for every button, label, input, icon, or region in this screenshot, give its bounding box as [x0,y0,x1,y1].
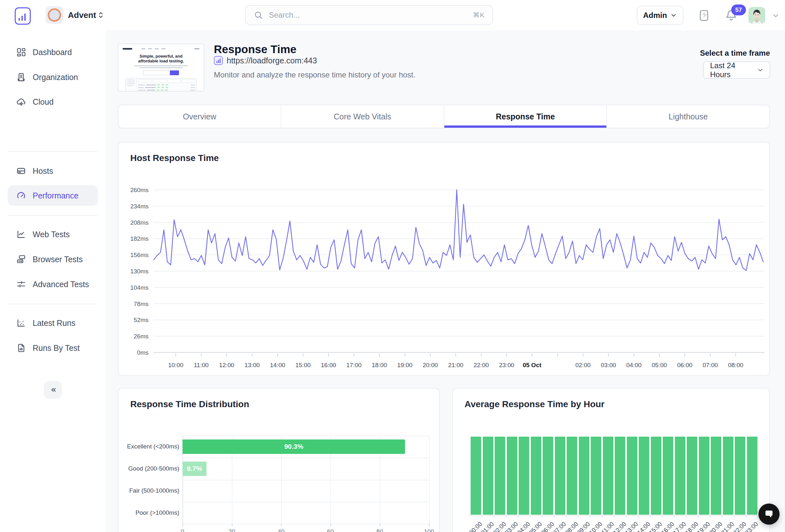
help-icon[interactable]: ? [697,8,711,22]
svg-text:05 Oct: 05 Oct [523,362,542,369]
dashboard-icon [16,47,26,57]
sidebar-item-hosts[interactable]: Hosts [8,161,98,181]
axis-tick [614,515,615,518]
runs-by-test-icon [16,343,26,353]
svg-text:13:00: 13:00 [245,362,260,369]
axis-tick [554,515,555,518]
org-switcher-icon[interactable] [96,10,106,20]
x-axis-label: 60 [321,528,340,532]
sidebar-item-organization[interactable]: Organization [8,67,98,87]
axis-tick [650,515,651,518]
thumb-headline: Simple, powerful, and affordable load te… [119,54,204,64]
svg-text:11:00: 11:00 [194,362,208,369]
admin-menu-button[interactable]: Admin [637,6,684,25]
axis-tick [232,524,232,526]
svg-text:16:00: 16:00 [321,362,336,369]
distribution-bar: 9.7% [182,462,206,476]
category-label: Poor (>1000ms) [119,509,179,516]
response-time-distribution-card: Response Time Distribution 020406080100E… [118,388,439,532]
hour-bar [495,437,505,515]
svg-text:18:00: 18:00 [372,362,387,369]
sidebar-item-web-tests[interactable]: Web Tests [8,224,98,245]
hour-bar [639,437,649,515]
axis-tick [380,524,380,526]
svg-text:234ms: 234ms [130,203,149,210]
hour-bar [507,437,517,515]
sidebar-item-dashboard[interactable]: Dashboard [8,42,98,62]
chat-bubble-icon [763,509,775,520]
search-bar[interactable]: ⌘K [245,5,493,25]
axis-tick [330,524,331,526]
sidebar-item-latest-runs[interactable]: Latest Runs [8,313,98,333]
hour-bar [483,437,493,515]
hour-bar [675,437,685,515]
svg-text:104ms: 104ms [130,284,149,291]
sidebar-item-advanced-tests[interactable]: Advanced Tests [8,274,98,295]
svg-text:06:00: 06:00 [677,362,692,369]
grid-row-line [182,458,429,458]
timeframe-select[interactable]: Last 24 Hours [703,61,770,79]
user-avatar[interactable] [749,7,765,24]
host-url-row[interactable]: https://loadforge.com:443 [214,55,317,66]
svg-text:04:00: 04:00 [626,362,641,369]
svg-text:22:00: 22:00 [474,362,489,369]
search-input[interactable] [268,10,473,20]
svg-text:78ms: 78ms [134,301,149,307]
app-root: Advent ⌘K Admin ? 57 [0,0,785,532]
sidebar-item-cloud[interactable]: Cloud [8,92,98,112]
latest-runs-icon [16,318,26,328]
svg-text:130ms: 130ms [130,268,149,275]
svg-text:10:00: 10:00 [168,362,183,369]
axis-tick [698,515,699,518]
svg-text:15:00: 15:00 [296,362,311,369]
page-description: Monitor and analyze the response time hi… [214,70,415,79]
hour-bar [651,437,661,515]
sidebar-item-browser-tests[interactable]: Browser Tests [8,249,98,270]
hour-bar [591,437,601,515]
axis-tick [590,515,591,518]
tab-response-time[interactable]: Response Time [445,105,607,128]
sidebar-collapse-button[interactable] [44,381,62,399]
user-menu-chevron-icon[interactable] [771,11,780,20]
svg-text:26ms: 26ms [134,333,149,339]
tab-core-web-vitals[interactable]: Core Web Vitals [281,105,445,128]
thumb-subtext [134,65,188,68]
axis-tick [429,524,430,526]
grid-row-line [182,524,429,524]
svg-text:182ms: 182ms [130,235,149,242]
x-axis-label: 100 [420,528,438,532]
svg-text:0ms: 0ms [137,349,149,356]
svg-text:20:00: 20:00 [423,362,438,369]
hour-bar [531,437,541,515]
axis-tick [626,515,627,518]
chat-widget-button[interactable] [758,504,780,525]
app-logo-icon[interactable] [15,7,31,25]
hour-bar [615,437,625,515]
axis-tick [182,524,183,526]
x-axis-label: 00:00 [458,521,483,532]
distribution-bar: 90.3% [182,439,405,454]
svg-text:19:00: 19:00 [397,362,413,369]
chart-title: Host Response Time [130,153,219,163]
axis-tick [734,515,735,518]
org-avatar[interactable] [46,6,64,24]
sidebar-item-runs-by-test[interactable]: Runs By Test [8,338,98,358]
hour-bar [471,437,481,515]
axis-tick [662,515,663,518]
sidebar-item-performance[interactable]: Performance [8,185,98,206]
svg-text:23:00: 23:00 [499,362,514,369]
grid-row-line [182,480,429,480]
host-url[interactable]: https://loadforge.com:443 [227,56,317,65]
svg-text:?: ? [702,12,706,19]
hour-bar [735,437,745,515]
svg-text:21:00: 21:00 [448,362,463,369]
tab-lighthouse[interactable]: Lighthouse [607,105,769,128]
tab-overview[interactable]: Overview [119,105,281,128]
org-name[interactable]: Advent [68,0,96,30]
hour-bar [543,437,553,515]
hour-bar [627,437,637,515]
hour-bar [687,437,697,515]
sidebar-divider [8,304,97,304]
sidebar: Dashboard Organization Cloud Hosts Perfo… [0,30,106,532]
chevron-down-icon [757,67,764,74]
